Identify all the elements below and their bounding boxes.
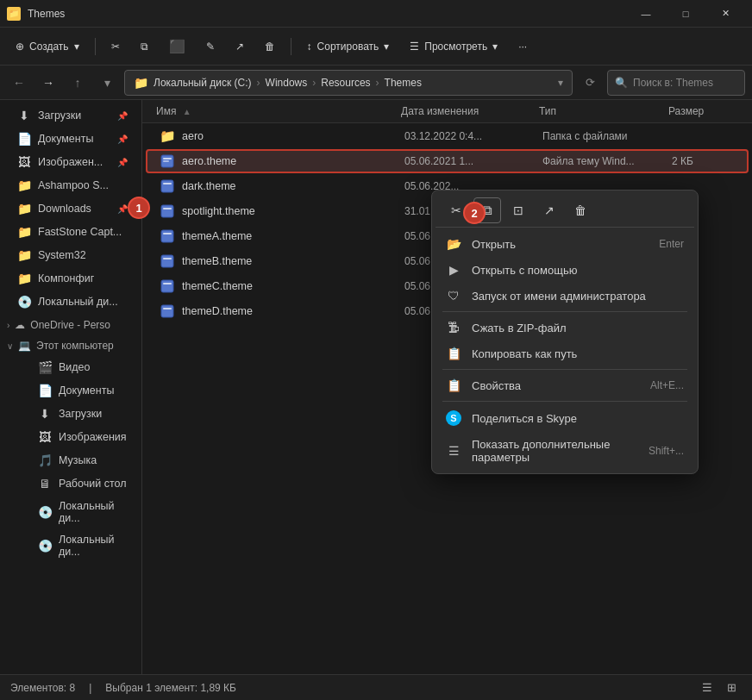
header-name[interactable]: Имя ▲	[142, 105, 401, 117]
toolbar: ⊕ Создать ▾ ✂ ⧉ ⬛ ✎ ↗ 🗑 ↕ Сортировать ▾ …	[0, 28, 752, 66]
copy-icon: ⧉	[141, 41, 148, 53]
sidebar-item-system32[interactable]: 📁 System32	[3, 244, 138, 266]
theme-file-icon-2	[160, 179, 175, 193]
folder-ash-icon: 📁	[17, 178, 31, 192]
header-size[interactable]: Размер	[668, 105, 737, 117]
header-type[interactable]: Тип	[539, 105, 668, 117]
status-count: Элементов: 8	[10, 682, 75, 694]
title-bar: 📁 Themes — □ ✕	[0, 0, 752, 28]
delete-button[interactable]: 🗑	[256, 33, 284, 60]
ctx-item-zip[interactable]: 🗜 Сжать в ZIP-файл	[436, 315, 694, 341]
sidebar-item-faststone[interactable]: 📁 FastStone Capt...	[3, 221, 138, 243]
sidebar-label-lokaldisk: Локальный ди...	[38, 296, 118, 308]
download-icon: ⬇	[17, 109, 31, 122]
ctx-item-skype[interactable]: S Поделиться в Skype	[436, 404, 694, 432]
create-button[interactable]: ⊕ Создать ▾	[7, 33, 88, 60]
sidebar-item-d[interactable]: 💿 Локальный ди...	[24, 529, 138, 562]
image-icon: 🖼	[17, 155, 31, 169]
window-controls: — □ ✕	[626, 0, 745, 28]
rename-button[interactable]: ✎	[197, 33, 223, 60]
paste-button[interactable]: ⬛	[160, 33, 194, 60]
sidebar-item-pics2[interactable]: 🖼 Изображения	[24, 426, 138, 448]
sidebar-item-downloads[interactable]: 📁 Downloads 📌	[3, 197, 138, 220]
sidebar-item-desktop[interactable]: 🖥 Рабочий стол	[24, 472, 138, 495]
list-view-button[interactable]: ☰	[697, 678, 718, 698]
ctx-item-more-options[interactable]: ☰ Показать дополнительные параметры Shif…	[436, 432, 694, 470]
address-bar[interactable]: 📁 Локальный диск (C:) › Windows › Resour…	[124, 70, 573, 96]
ctx-item-open-with[interactable]: ▶ Открыть с помощью	[436, 257, 694, 283]
sidebar-label-zagruzki: Загрузки	[38, 109, 81, 122]
file-name-themeB: themeB.theme	[146, 254, 404, 268]
ctx-share-button[interactable]: ↗	[536, 197, 563, 223]
svg-rect-14	[163, 308, 172, 309]
sidebar-children-thispc: 🎬 Видео 📄 Документы ⬇ Загрузки 🖼 Изображ…	[0, 356, 141, 562]
file-date-aero-folder: 03.12.2022 0:4...	[404, 130, 542, 142]
sidebar-label-system32: System32	[38, 249, 86, 261]
svg-rect-13	[161, 305, 173, 317]
ctx-label-properties: Свойства	[472, 379, 640, 392]
grid-view-button[interactable]: ⊞	[721, 678, 742, 698]
sidebar-item-music[interactable]: 🎵 Музыка	[24, 449, 138, 472]
sidebar-item-lokaldisk[interactable]: 💿 Локальный ди...	[3, 291, 138, 313]
sidebar-item-zagruzki[interactable]: ⬇ Загрузки 📌	[3, 104, 138, 127]
ctx-paste-button[interactable]: ⊡	[504, 197, 532, 223]
svg-rect-1	[163, 158, 172, 159]
file-row-aero-folder[interactable]: 📁 aero 03.12.2022 0:4... Папка с файлами	[146, 124, 749, 148]
sidebar-item-c[interactable]: 💿 Локальный ди...	[24, 496, 138, 528]
sort-icon: ↕	[307, 41, 312, 53]
sidebar-item-down2[interactable]: ⬇ Загрузки	[24, 403, 138, 425]
ctx-label-zip: Сжать в ZIP-файл	[472, 322, 684, 334]
folder-icon-aero: 📁	[160, 129, 175, 143]
crumb-local: Локальный диск (C:)	[154, 77, 252, 89]
ctx-label-open: Открыть	[472, 238, 649, 251]
share-button[interactable]: ↗	[227, 33, 253, 60]
view-button[interactable]: ☰ Просмотреть ▾	[401, 33, 506, 60]
cut-button[interactable]: ✂	[103, 33, 128, 60]
folder-fs-icon: 📁	[17, 225, 31, 239]
music-icon: 🎵	[38, 453, 52, 467]
sidebar-label-d: Локальный ди...	[59, 534, 128, 558]
ctx-item-properties[interactable]: 📋 Свойства Alt+E...	[436, 372, 694, 398]
sidebar-item-ashampoo[interactable]: 📁 Ashampoo S...	[3, 174, 138, 197]
sort-button[interactable]: ↕ Сортировать ▾	[298, 33, 398, 60]
sidebar-item-docs2[interactable]: 📄 Документы	[24, 379, 138, 402]
address-dropdown-icon[interactable]: ▾	[558, 77, 563, 89]
sidebar: ⬇ Загрузки 📌 📄 Документы 📌 🖼 Изображен..…	[0, 100, 142, 674]
ctx-item-open[interactable]: 📂 Открыть Enter	[436, 231, 694, 257]
open-with-icon: ▶	[446, 263, 461, 277]
badge-1: 1	[128, 197, 150, 219]
forward-button[interactable]: →	[36, 71, 60, 95]
header-date[interactable]: Дата изменения	[401, 105, 539, 117]
theme-file-icon-4	[160, 229, 175, 243]
recent-button[interactable]: ▾	[95, 71, 119, 95]
file-date-aero-theme: 05.06.2021 1...	[404, 155, 542, 167]
search-bar[interactable]: 🔍 Поиск в: Themes	[607, 70, 745, 96]
ctx-separator-3	[442, 401, 687, 402]
folder-dl-icon: 📁	[17, 202, 31, 216]
file-name-themeC: themeC.theme	[146, 279, 404, 293]
minimize-button[interactable]: —	[626, 0, 666, 28]
sidebar-section-thispc[interactable]: ∨ 💻 Этот компьютер	[0, 334, 141, 355]
sort-asc-icon: ▲	[183, 107, 191, 116]
more-button[interactable]: ···	[510, 33, 536, 60]
copy-button[interactable]: ⧉	[132, 33, 157, 60]
maximize-button[interactable]: □	[666, 0, 705, 28]
up-button[interactable]: ↑	[66, 71, 90, 95]
ctx-label-copy-path: Копировать как путь	[472, 347, 684, 360]
sidebar-item-images[interactable]: 🖼 Изображен... 📌	[3, 151, 138, 173]
close-button[interactable]: ✕	[705, 0, 745, 28]
sidebar-item-komp[interactable]: 📁 Компонфиг	[3, 267, 138, 290]
doc-icon: 📄	[17, 132, 31, 146]
sidebar-section-onedrive[interactable]: › ☁ OneDrive - Perso	[0, 314, 141, 334]
sidebar-item-dokumenty[interactable]: 📄 Документы 📌	[3, 128, 138, 150]
ctx-item-run-as[interactable]: 🛡 Запуск от имени администратора	[436, 283, 694, 309]
file-row-aero-theme[interactable]: aero.theme 05.06.2021 1... Файла тему Wi…	[146, 149, 749, 173]
refresh-button[interactable]: ⟳	[578, 71, 602, 95]
ctx-separator-1	[442, 311, 687, 312]
ctx-delete-button[interactable]: 🗑	[567, 197, 594, 223]
more-options-icon: ☰	[446, 444, 461, 458]
back-button[interactable]: ←	[7, 71, 31, 95]
sidebar-item-video[interactable]: 🎬 Видео	[24, 356, 138, 378]
ctx-item-copy-path[interactable]: 📋 Копировать как путь	[436, 341, 694, 366]
pics2-icon: 🖼	[38, 430, 52, 444]
